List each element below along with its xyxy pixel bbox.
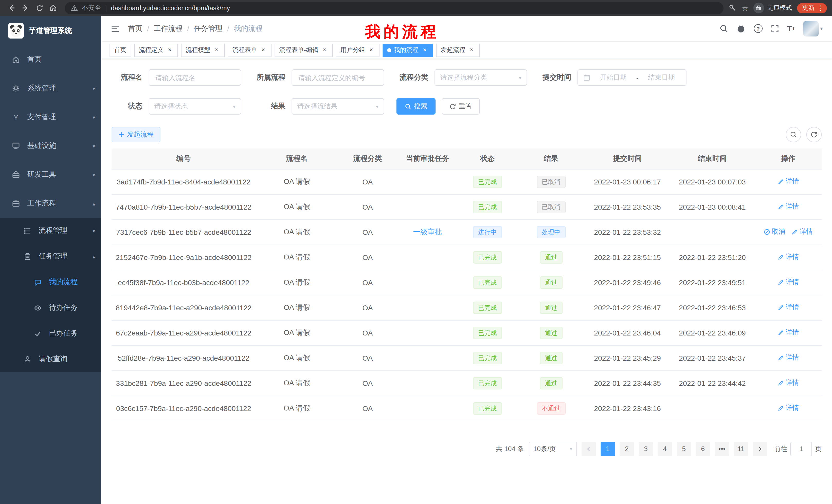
- sidebar-item-workflow[interactable]: 工作流程 ▴: [0, 189, 101, 218]
- tab-close-icon[interactable]: ×: [468, 47, 475, 54]
- app-logo[interactable]: 芋道管理系统: [0, 16, 101, 45]
- status-select[interactable]: 请选择状态 ▾: [149, 98, 241, 115]
- pagination-next-button[interactable]: [753, 442, 767, 456]
- cell-id: 819442e8-7b9a-11ec-a290-acde48001122: [111, 295, 256, 320]
- pagination-page-button[interactable]: 4: [658, 442, 672, 456]
- active-tab-dot: [387, 48, 391, 52]
- tab-item[interactable]: 流程模型×: [181, 44, 225, 57]
- breadcrumb-task-management[interactable]: 任务管理: [194, 24, 223, 33]
- sidebar-item-infrastructure[interactable]: 基础设施 ▾: [0, 132, 101, 160]
- cell-status: 已完成: [458, 396, 517, 421]
- tab-item[interactable]: 流程表单×: [228, 44, 271, 57]
- tab-close-icon[interactable]: ×: [213, 47, 220, 54]
- github-icon[interactable]: [736, 24, 745, 33]
- key-icon[interactable]: [729, 4, 737, 12]
- search-icon[interactable]: [719, 24, 728, 33]
- sidebar-item-leave-query[interactable]: 请假查询: [0, 346, 101, 372]
- jump-page-input[interactable]: [790, 442, 812, 456]
- cancel-link[interactable]: 取消: [763, 227, 785, 236]
- sidebar-item-my-process[interactable]: 我的流程: [0, 269, 101, 295]
- detail-link[interactable]: 详情: [778, 278, 799, 287]
- cell-result: 处理中: [517, 219, 585, 245]
- cell-category: OA: [338, 169, 397, 194]
- toggle-search-button[interactable]: [786, 127, 801, 142]
- process-definition-input[interactable]: [297, 73, 379, 82]
- tab-item[interactable]: 流程定义×: [134, 44, 178, 57]
- cell-end-time: 2022-01-22 23:45:37: [670, 345, 755, 370]
- cell-process-name: OA 请假: [256, 396, 338, 421]
- tab-close-icon[interactable]: ×: [368, 47, 375, 54]
- search-button[interactable]: 搜索: [396, 98, 436, 115]
- toolbox-icon: [11, 170, 21, 179]
- process-name-input[interactable]: [154, 73, 235, 82]
- tab-item[interactable]: 发起流程×: [436, 44, 480, 57]
- sidebar-item-system[interactable]: 系统管理 ▾: [0, 74, 101, 103]
- detail-link[interactable]: 详情: [778, 379, 799, 388]
- detail-link[interactable]: 详情: [791, 227, 813, 236]
- tab-item[interactable]: 用户分组×: [336, 44, 380, 57]
- chevron-down-icon: ▾: [570, 446, 572, 452]
- status-tag: 已完成: [473, 352, 502, 364]
- tab-item[interactable]: 首页: [109, 44, 131, 57]
- help-icon[interactable]: ?: [754, 24, 762, 33]
- sidebar-item-process-management[interactable]: 流程管理 ▾: [0, 218, 101, 244]
- sidebar-item-devtools[interactable]: 研发工具 ▾: [0, 160, 101, 189]
- current-task-link[interactable]: 一级审批: [413, 227, 442, 235]
- pagination-page-button[interactable]: 11: [734, 442, 748, 456]
- breadcrumb-workflow[interactable]: 工作流程: [154, 24, 183, 33]
- sidebar-item-done-tasks[interactable]: 已办任务: [0, 320, 101, 346]
- reset-button[interactable]: 重置: [442, 98, 480, 115]
- home-icon[interactable]: [47, 2, 60, 15]
- cell-id: ec45f38f-7b9a-11ec-b03b-acde48001122: [111, 270, 256, 295]
- browser-menu-icon[interactable]: ⋮: [817, 4, 824, 12]
- pagination-page-button[interactable]: 1: [601, 442, 615, 456]
- update-button[interactable]: 更新 ⋮: [797, 3, 827, 13]
- detail-link[interactable]: 详情: [778, 353, 799, 362]
- pagination-page-button[interactable]: 3: [639, 442, 653, 456]
- refresh-table-button[interactable]: [806, 127, 822, 142]
- back-icon[interactable]: [5, 2, 18, 15]
- tab-item[interactable]: 流程表单-编辑×: [275, 44, 333, 57]
- yen-icon: ¥: [11, 113, 21, 122]
- detail-link[interactable]: 详情: [778, 253, 799, 262]
- cell-result: 已取消: [517, 169, 585, 194]
- breadcrumb-home[interactable]: 首页: [128, 24, 142, 33]
- page-size-select[interactable]: 10条/页 ▾: [529, 442, 577, 456]
- cell-category: OA: [338, 295, 397, 320]
- process-name-label: 流程名: [111, 73, 142, 82]
- sidebar-toggle-icon[interactable]: [110, 24, 120, 33]
- start-process-button[interactable]: 发起流程: [111, 127, 160, 142]
- tab-close-icon[interactable]: ×: [321, 47, 328, 54]
- address-bar[interactable]: 不安全 | dashboard.yudao.iocoder.cn/bpm/tas…: [65, 2, 724, 14]
- pagination-pages: 123456•••11: [601, 442, 748, 456]
- tab-close-icon[interactable]: ×: [421, 47, 428, 54]
- incognito-icon: [753, 3, 764, 13]
- pagination-more-button[interactable]: •••: [715, 442, 729, 456]
- forward-icon[interactable]: [19, 2, 32, 15]
- detail-link[interactable]: 详情: [778, 202, 799, 212]
- pagination-prev-button[interactable]: [581, 442, 596, 456]
- pagination-page-button[interactable]: 2: [620, 442, 634, 456]
- sidebar-item-payment[interactable]: ¥ 支付管理 ▾: [0, 103, 101, 132]
- detail-link[interactable]: 详情: [778, 303, 799, 312]
- tab-close-icon[interactable]: ×: [260, 47, 267, 54]
- tab-item[interactable]: 我的流程×: [383, 44, 433, 57]
- detail-link[interactable]: 详情: [778, 328, 799, 337]
- reload-icon[interactable]: [33, 2, 46, 15]
- sidebar-item-todo-tasks[interactable]: 待办任务: [0, 295, 101, 320]
- sidebar-item-task-management[interactable]: 任务管理 ▴: [0, 244, 101, 269]
- detail-link[interactable]: 详情: [778, 177, 799, 186]
- tab-close-icon[interactable]: ×: [166, 47, 173, 54]
- pagination-page-button[interactable]: 6: [696, 442, 710, 456]
- font-size-icon[interactable]: TT: [787, 24, 795, 33]
- fullscreen-icon[interactable]: [771, 24, 779, 33]
- sidebar-item-home[interactable]: 首页: [0, 45, 101, 74]
- cell-actions: 详情: [755, 169, 822, 194]
- detail-link[interactable]: 详情: [778, 403, 799, 413]
- submit-time-range-picker[interactable]: 开始日期 - 结束日期: [577, 69, 686, 86]
- avatar[interactable]: ▾: [803, 21, 823, 36]
- result-select[interactable]: 请选择流结果 ▾: [291, 98, 384, 115]
- pagination-page-button[interactable]: 5: [677, 442, 691, 456]
- category-select[interactable]: 请选择流程分类 ▾: [435, 69, 527, 86]
- bookmark-star-icon[interactable]: ☆: [742, 4, 748, 11]
